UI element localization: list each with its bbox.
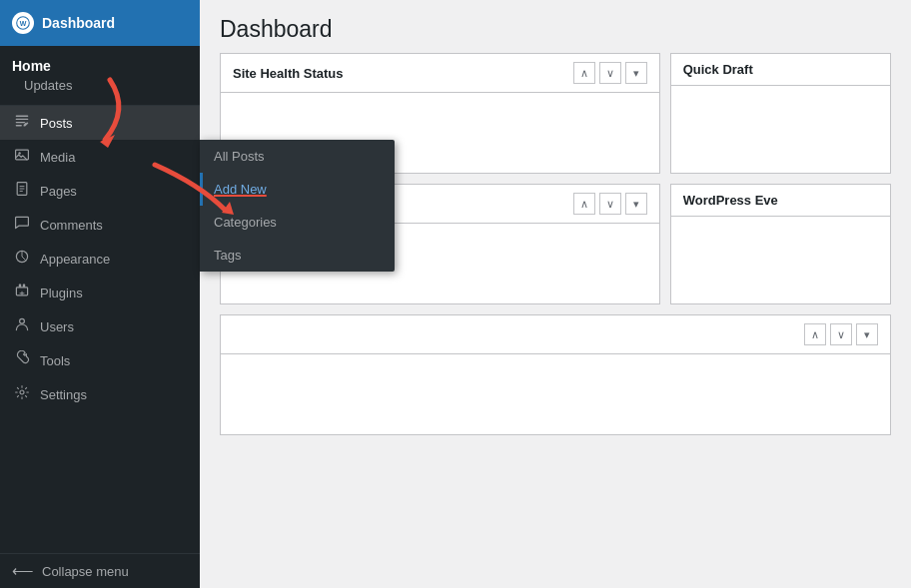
widget-collapse-down[interactable]: ∨ (599, 62, 621, 84)
sidebar-item-home[interactable]: Home (0, 54, 200, 76)
tools-icon (12, 350, 32, 370)
sidebar-item-tools-label: Tools (40, 353, 70, 368)
sidebar-item-updates[interactable]: Updates (0, 76, 200, 97)
widget-collapse-up[interactable]: ∧ (573, 62, 595, 84)
posts-submenu: All Posts Add New Categories Tags (200, 140, 395, 272)
submenu-add-new[interactable]: Add New (200, 173, 395, 206)
widget-activity-up[interactable]: ∧ (573, 193, 595, 215)
widget-quick-draft-body (671, 86, 890, 166)
widget-row3-dropdown[interactable]: ▾ (856, 323, 878, 345)
submenu-categories-label: Categories (214, 215, 277, 230)
widget-site-health-controls: ∧ ∨ ▾ (573, 62, 647, 84)
widget-activity-dropdown[interactable]: ▾ (625, 193, 647, 215)
widget-row3-header: ∧ ∨ ▾ (221, 315, 890, 354)
sidebar-item-comments[interactable]: Comments (0, 208, 200, 242)
submenu-tags[interactable]: Tags (200, 239, 395, 272)
widget-dropdown[interactable]: ▾ (625, 62, 647, 84)
widget-activity-down[interactable]: ∨ (599, 193, 621, 215)
posts-icon (12, 113, 32, 133)
submenu-tags-label: Tags (214, 248, 241, 263)
svg-rect-2 (16, 150, 29, 160)
widget-activity-controls: ∧ ∨ ▾ (573, 193, 647, 215)
sidebar-header[interactable]: W Dashboard (0, 0, 200, 46)
sidebar-item-pages-label: Pages (40, 184, 77, 199)
widget-row3-body (221, 354, 890, 434)
sidebar-item-users[interactable]: Users (0, 309, 200, 343)
sidebar-item-appearance-label: Appearance (40, 252, 110, 267)
sidebar: W Dashboard Home Updates Posts (0, 0, 200, 588)
comments-icon (12, 215, 32, 235)
appearance-icon (12, 249, 32, 269)
media-icon (12, 147, 32, 167)
widget-quick-draft-title: Quick Draft (683, 62, 753, 77)
settings-icon (12, 384, 32, 404)
submenu-all-posts-label: All Posts (214, 149, 265, 164)
main-content: Dashboard Site Health Status ∧ ∨ ▾ Quick… (200, 0, 911, 588)
sidebar-item-posts[interactable]: Posts (0, 106, 200, 140)
sidebar-item-settings[interactable]: Settings (0, 377, 200, 411)
sidebar-nav: Posts Media Pages (0, 106, 200, 588)
collapse-icon: ⟵ (12, 562, 34, 580)
collapse-menu-item[interactable]: ⟵ Collapse menu (0, 553, 200, 588)
submenu-categories[interactable]: Categories (200, 206, 395, 239)
widget-quick-draft: Quick Draft (670, 53, 891, 174)
widget-row3-down[interactable]: ∨ (830, 323, 852, 345)
submenu-all-posts[interactable]: All Posts (200, 140, 395, 173)
widget-wp-events-header: WordPress Eve (671, 185, 890, 217)
page-header: Dashboard (200, 0, 911, 53)
svg-point-15 (20, 390, 24, 394)
pages-icon (12, 181, 32, 201)
sidebar-item-plugins-label: Plugins (40, 286, 83, 300)
plugins-icon (12, 283, 32, 302)
sidebar-item-settings-label: Settings (40, 387, 87, 402)
svg-text:W: W (20, 20, 27, 27)
submenu-add-new-label: Add New (214, 182, 267, 197)
svg-point-14 (20, 318, 25, 323)
widget-site-health-title: Site Health Status (233, 66, 344, 81)
widget-wp-events-title: WordPress Eve (683, 193, 778, 208)
sidebar-item-media-label: Media (40, 150, 75, 165)
content-area: Site Health Status ∧ ∨ ▾ Quick Draft (200, 53, 911, 588)
collapse-menu-label: Collapse menu (42, 564, 129, 579)
widget-row3-up[interactable]: ∧ (804, 323, 826, 345)
users-icon (12, 316, 32, 336)
svg-point-3 (18, 152, 20, 154)
widget-wp-events-body (671, 217, 890, 296)
sidebar-item-media[interactable]: Media (0, 140, 200, 174)
sidebar-bottom: ⟵ Collapse menu (0, 553, 200, 588)
wp-logo: W (12, 12, 34, 34)
page-title: Dashboard (220, 16, 891, 43)
home-section: Home Updates (0, 46, 200, 106)
widget-row3-main: ∧ ∨ ▾ (220, 314, 891, 435)
sidebar-item-tools[interactable]: Tools (0, 343, 200, 377)
widget-row3-controls: ∧ ∨ ▾ (804, 323, 878, 345)
widget-row-3: ∧ ∨ ▾ (220, 314, 891, 435)
widget-quick-draft-header: Quick Draft (671, 54, 890, 86)
sidebar-item-pages[interactable]: Pages (0, 174, 200, 208)
sidebar-item-comments-label: Comments (40, 218, 103, 233)
sidebar-header-label: Dashboard (42, 15, 115, 31)
sidebar-item-posts-label: Posts (40, 116, 73, 131)
widget-wp-events: WordPress Eve (670, 184, 891, 304)
sidebar-item-plugins[interactable]: Plugins (0, 276, 200, 309)
sidebar-item-appearance[interactable]: Appearance (0, 242, 200, 276)
widget-site-health-header: Site Health Status ∧ ∨ ▾ (221, 54, 659, 93)
sidebar-item-users-label: Users (40, 319, 74, 334)
